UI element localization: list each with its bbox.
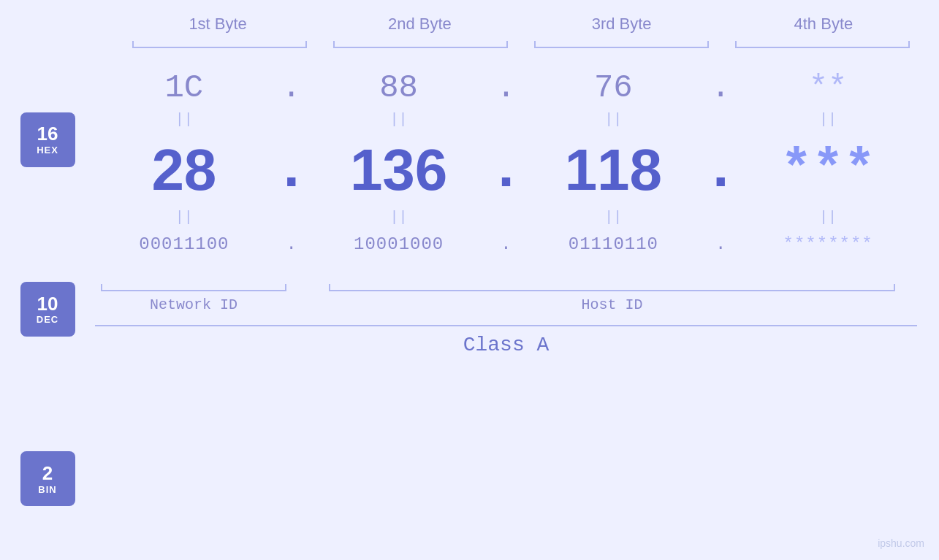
bin-b2-value: 10001000 xyxy=(354,234,444,254)
hex-b3-value: 76 xyxy=(594,69,633,106)
hex-badge: 16 HEX xyxy=(20,112,75,167)
watermark: ipshu.com xyxy=(878,537,924,549)
byte4-header: 4th Byte xyxy=(723,15,924,39)
dec-b1-cell: 28 xyxy=(95,137,273,204)
dec-dot2: . xyxy=(488,137,525,204)
eq2-c4: || xyxy=(739,209,917,226)
hex-dot1: . xyxy=(273,69,310,106)
eq2-c3: || xyxy=(525,209,703,226)
eq1-c3: || xyxy=(525,111,703,128)
byte-headers: 1st Byte 2nd Byte 3rd Byte 4th Byte xyxy=(117,15,924,39)
bin-b2-cell: 10001000 xyxy=(310,234,488,254)
dec-dot1: . xyxy=(273,137,310,204)
badges-column: 16 HEX 10 DEC 2 BIN xyxy=(0,58,95,560)
byte1-header: 1st Byte xyxy=(117,15,319,39)
hex-b2-cell: 88 xyxy=(310,69,488,106)
hex-b3-cell: 76 xyxy=(525,69,703,106)
hex-b4-cell: ** xyxy=(739,69,917,106)
host-id-label: Host ID xyxy=(329,296,895,313)
bin-b3-value: 01110110 xyxy=(569,234,658,254)
dec-b2-value: 136 xyxy=(350,137,447,202)
dec-b3-value: 118 xyxy=(565,137,662,202)
bin-row: 00011100 . 10001000 . 01110110 . xyxy=(95,231,917,258)
main-container: 1st Byte 2nd Byte 3rd Byte 4th Byte xyxy=(0,0,939,560)
eq2-c1: || xyxy=(95,209,273,226)
bin-b3-cell: 01110110 xyxy=(525,234,703,254)
eq2-c2: || xyxy=(310,209,488,226)
eq1-c2: || xyxy=(310,111,488,128)
dec-row: 28 . 136 . 118 . *** xyxy=(95,133,917,207)
dec-b4-value: *** xyxy=(780,140,875,200)
byte3-header: 3rd Byte xyxy=(521,15,723,39)
class-label: Class A xyxy=(463,334,550,356)
dec-badge: 10 DEC xyxy=(20,282,75,337)
bin-badge-number: 2 xyxy=(42,463,53,484)
hex-b1-cell: 1C xyxy=(95,69,273,106)
eq1-c4: || xyxy=(739,111,917,128)
bin-b1-cell: 00011100 xyxy=(95,234,273,254)
eq1-c1: || xyxy=(95,111,273,128)
bin-badge: 2 BIN xyxy=(20,451,75,506)
dec-dot3: . xyxy=(702,137,739,204)
equals-row-2: || || || || xyxy=(95,207,917,227)
hex-row: 1C . 88 . 76 . ** xyxy=(95,66,917,110)
hex-dot3: . xyxy=(702,69,739,106)
bin-badge-label: BIN xyxy=(38,484,56,495)
bin-b4-cell: ******** xyxy=(739,234,917,254)
bin-b1-value: 00011100 xyxy=(139,234,229,254)
hex-b4-value: ** xyxy=(809,69,848,106)
network-id-label: Network ID xyxy=(95,296,292,313)
dec-b4-cell: *** xyxy=(739,140,917,200)
bin-b4-value: ******** xyxy=(783,234,873,254)
bin-dot1: . xyxy=(273,234,310,254)
dec-b3-cell: 118 xyxy=(525,137,703,204)
dec-b1-value: 28 xyxy=(151,137,216,202)
dec-badge-label: DEC xyxy=(37,314,58,325)
hex-b2-value: 88 xyxy=(379,69,418,106)
hex-dot2: . xyxy=(488,69,525,106)
class-section: Class A xyxy=(95,325,917,356)
bin-dot2: . xyxy=(488,234,525,254)
bin-dot3: . xyxy=(702,234,739,254)
byte2-header: 2nd Byte xyxy=(319,15,520,39)
hex-badge-label: HEX xyxy=(37,145,58,156)
hex-badge-number: 16 xyxy=(37,123,58,145)
dec-badge-number: 10 xyxy=(37,294,58,315)
dec-b2-cell: 136 xyxy=(310,137,488,204)
equals-row-1: || || || || xyxy=(95,110,917,129)
hex-b1-value: 1C xyxy=(164,69,203,106)
